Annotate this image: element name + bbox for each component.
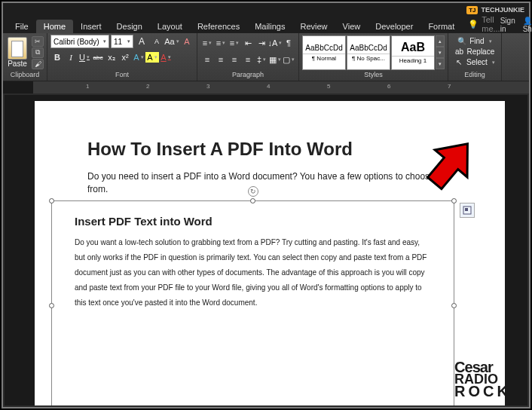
- brush-icon: 🖌: [35, 60, 41, 68]
- tab-developer[interactable]: Developer: [368, 20, 420, 33]
- object-selection[interactable]: ↻ Insert PDF Text into Word Do you want …: [51, 200, 454, 405]
- svg-rect-1: [465, 208, 468, 211]
- group-font: Calibri (Body)▾ 11▾ A A Aa A B I U abc x…: [47, 33, 197, 81]
- tab-file[interactable]: File: [8, 20, 36, 33]
- paste-label: Paste: [8, 60, 27, 68]
- brand-badge: TJ: [466, 6, 478, 14]
- style-no-spacing[interactable]: AaBbCcDd ¶ No Spac...: [347, 35, 390, 70]
- document-area: How To Insert A PDF Into Word Do you nee…: [5, 95, 527, 405]
- numbering-button[interactable]: ≡: [214, 36, 228, 50]
- tab-design[interactable]: Design: [109, 20, 150, 33]
- group-label-styles: Styles: [302, 70, 445, 79]
- bullets-button[interactable]: ≡: [200, 36, 214, 50]
- subscript-button[interactable]: x₂: [105, 50, 118, 64]
- replace-icon: ab: [455, 47, 464, 56]
- justify-button[interactable]: ≡: [241, 53, 255, 66]
- lightbulb-icon: 💡: [468, 20, 478, 29]
- cut-button[interactable]: ✂: [32, 36, 44, 47]
- horizontal-ruler[interactable]: 1 2 3 4 5 6 7: [3, 81, 529, 93]
- group-paragraph: ≡ ≡ ≡ ⇤ ⇥ ↓A ¶ ≡ ≡ ≡ ≡ ‡ ▦ ▢ P: [197, 33, 299, 81]
- ribbon: Paste ✂ ⧉ 🖌 Clipboard Calibri (Body)▾ 11…: [3, 33, 529, 81]
- replace-button[interactable]: abReplace: [454, 47, 497, 57]
- format-painter-button[interactable]: 🖌: [32, 59, 44, 69]
- shrink-font-button[interactable]: A: [150, 35, 164, 48]
- group-editing: 🔍Find abReplace ↖Select Editing: [448, 33, 502, 81]
- chevron-down-icon: ▾: [127, 38, 130, 44]
- group-clipboard: Paste ✂ ⧉ 🖌 Clipboard: [3, 33, 47, 81]
- change-case-button[interactable]: Aa: [165, 35, 179, 48]
- share-button[interactable]: 👤 Share: [523, 17, 532, 33]
- layout-options-icon: [463, 206, 472, 215]
- resize-handle-w[interactable]: [49, 303, 54, 308]
- tell-me[interactable]: 💡 Tell me...: [468, 15, 500, 33]
- bold-button[interactable]: B: [50, 50, 64, 64]
- vertical-ruler[interactable]: [5, 95, 20, 405]
- share-icon: 👤: [523, 17, 532, 25]
- sign-in[interactable]: Sign in: [500, 17, 515, 33]
- group-label-clipboard: Clipboard: [6, 70, 44, 79]
- tab-format[interactable]: Format: [420, 20, 462, 33]
- doc-title[interactable]: How To Insert A PDF Into Word: [87, 139, 452, 160]
- align-left-button[interactable]: ≡: [200, 53, 214, 66]
- style-heading1[interactable]: AaB Heading 1: [391, 35, 435, 70]
- clear-formatting-button[interactable]: A: [180, 35, 194, 48]
- tab-layout[interactable]: Layout: [150, 20, 190, 33]
- font-name-select[interactable]: Calibri (Body)▾: [50, 35, 109, 48]
- tab-view[interactable]: View: [335, 20, 368, 33]
- resize-handle-nw[interactable]: [49, 198, 54, 203]
- group-label-font: Font: [50, 70, 194, 79]
- highlight-button[interactable]: A: [145, 52, 159, 63]
- borders-button[interactable]: ▢: [282, 53, 295, 66]
- align-center-button[interactable]: ≡: [214, 53, 228, 66]
- strikethrough-button[interactable]: abc: [91, 50, 105, 64]
- rotate-handle[interactable]: ↻: [248, 186, 258, 197]
- increase-indent-button[interactable]: ⇥: [255, 36, 268, 50]
- copy-icon: ⧉: [35, 48, 40, 57]
- sort-button[interactable]: ↓A: [268, 36, 282, 50]
- copy-button[interactable]: ⧉: [32, 47, 44, 58]
- tab-mailings[interactable]: Mailings: [247, 20, 292, 33]
- group-label-editing: Editing: [451, 70, 498, 79]
- brand-name: TECHJUNKIE: [481, 6, 524, 14]
- paste-button[interactable]: Paste: [6, 35, 29, 69]
- page[interactable]: How To Insert A PDF Into Word Do you nee…: [35, 101, 505, 405]
- group-styles: AaBbCcDd ¶ Normal AaBbCcDd ¶ No Spac... …: [299, 33, 448, 81]
- underline-button[interactable]: U: [78, 50, 91, 64]
- layout-options-button[interactable]: [460, 203, 475, 218]
- line-spacing-button[interactable]: ‡: [255, 53, 268, 66]
- tell-me-label: Tell me...: [482, 15, 500, 33]
- align-right-button[interactable]: ≡: [228, 53, 241, 66]
- search-icon: 🔍: [457, 37, 466, 45]
- shading-button[interactable]: ▦: [268, 53, 282, 66]
- style-normal[interactable]: AaBbCcDd ¶ Normal: [302, 35, 346, 70]
- cursor-icon: ↖: [454, 58, 463, 66]
- doc-subtitle: Insert PDF Text into Word: [75, 215, 431, 228]
- font-color-button[interactable]: A: [159, 50, 173, 64]
- scissors-icon: ✂: [35, 38, 41, 45]
- tab-references[interactable]: References: [190, 20, 247, 33]
- brand: TJ TECHJUNKIE: [466, 6, 524, 14]
- show-marks-button[interactable]: ¶: [282, 36, 295, 50]
- text-effects-button[interactable]: A: [132, 50, 145, 64]
- decrease-indent-button[interactable]: ⇤: [241, 36, 255, 50]
- multilevel-button[interactable]: ≡: [228, 36, 241, 50]
- tab-home[interactable]: Home: [36, 20, 73, 33]
- doc-intro[interactable]: Do you need to insert a PDF into a Word …: [87, 170, 452, 196]
- superscript-button[interactable]: x²: [118, 50, 132, 64]
- font-size-select[interactable]: 11▾: [111, 35, 133, 48]
- find-button[interactable]: 🔍Find: [456, 36, 493, 46]
- resize-handle-n[interactable]: [250, 198, 255, 203]
- styles-scroll-up[interactable]: ▴: [436, 35, 445, 47]
- italic-button[interactable]: I: [64, 50, 78, 64]
- chevron-down-icon: ▾: [103, 38, 106, 44]
- grow-font-button[interactable]: A: [135, 35, 148, 48]
- ribbon-tabs: File Home Insert Design Layout Reference…: [3, 17, 529, 33]
- styles-expand[interactable]: ▾: [436, 58, 445, 69]
- styles-scroll-down[interactable]: ▾: [436, 47, 445, 58]
- select-button[interactable]: ↖Select: [453, 57, 497, 67]
- resize-handle-e[interactable]: [451, 303, 457, 308]
- resize-handle-ne[interactable]: [451, 198, 457, 203]
- tab-insert[interactable]: Insert: [73, 20, 109, 33]
- doc-body: Do you want a low-tech solution to grabb…: [75, 235, 431, 311]
- tab-review[interactable]: Review: [293, 20, 335, 33]
